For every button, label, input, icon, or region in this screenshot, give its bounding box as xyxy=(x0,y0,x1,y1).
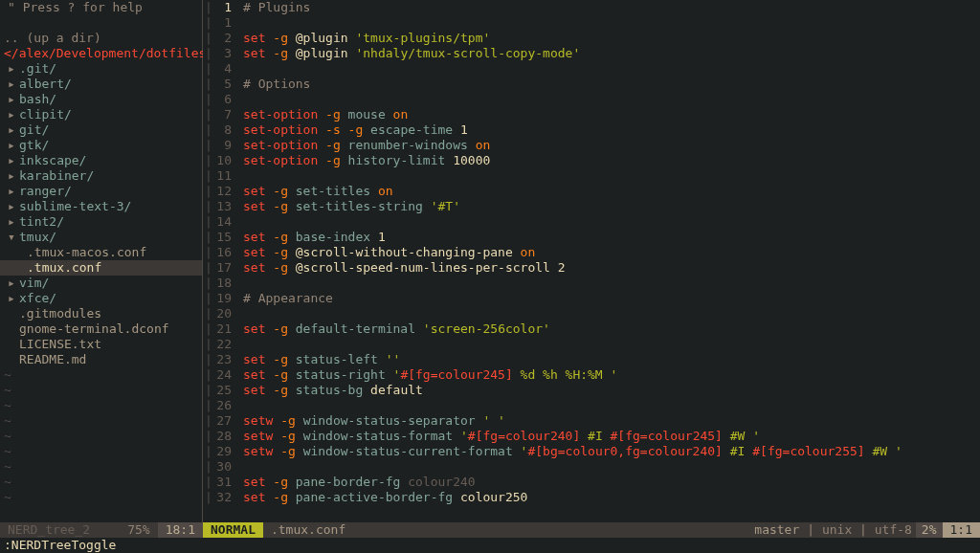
code-line[interactable]: # Plugins xyxy=(243,0,980,15)
code-line[interactable] xyxy=(243,306,980,321)
line-number: 5 xyxy=(203,77,232,92)
line-number: 28 xyxy=(203,429,232,444)
scroll-pct: 2% xyxy=(916,522,943,538)
tree-cursor-pos: 18:1 xyxy=(158,522,203,538)
vim-mode: NORMAL xyxy=(203,522,263,538)
code-line[interactable]: set -g @scroll-speed-num-lines-per-scrol… xyxy=(243,260,980,276)
tree-dir[interactable]: ▾tmux/ xyxy=(0,230,202,245)
tree-dir[interactable]: ▸git/ xyxy=(0,122,202,138)
statusbar-editor: NORMAL .tmux.conf master | unix | utf-8 … xyxy=(203,522,980,538)
code-line[interactable] xyxy=(243,168,980,184)
tree-file[interactable]: .gitmodules xyxy=(0,306,202,321)
code-line[interactable]: setw -g window-status-format '#[fg=colou… xyxy=(243,429,980,444)
tree-dir[interactable]: ▸sublime-text-3/ xyxy=(0,199,202,214)
code-line[interactable]: set -g status-left '' xyxy=(243,352,980,367)
code-line[interactable]: set -g base-index 1 xyxy=(243,230,980,245)
statusbar: NERD_tree_2 75% 18:1 NORMAL .tmux.conf m… xyxy=(0,522,980,538)
code-area[interactable]: # Pluginsset -g @plugin 'tmux-plugins/tp… xyxy=(243,0,980,505)
code-line[interactable] xyxy=(243,398,980,413)
code-line[interactable]: set -g set-titles-string '#T' xyxy=(243,199,980,214)
tree-dir[interactable]: ▸bash/ xyxy=(0,92,202,107)
line-number: 21 xyxy=(203,321,232,337)
tree-dir[interactable]: ▸ranger/ xyxy=(0,184,202,199)
tree-dir[interactable]: ▸.git/ xyxy=(0,61,202,77)
tree-dir-label: xfce/ xyxy=(19,291,56,305)
code-line[interactable] xyxy=(243,15,980,31)
chevron-right-icon: ▸ xyxy=(8,199,19,214)
command-line[interactable]: :NERDTreeToggle xyxy=(0,538,980,553)
line-number-gutter: 1123456789101112131415161718192021222324… xyxy=(203,0,237,505)
chevron-right-icon: ▸ xyxy=(8,138,19,153)
line-number: 15 xyxy=(203,230,232,245)
sidebar-updir[interactable]: .. (up a dir) xyxy=(0,31,202,46)
chevron-right-icon: ▸ xyxy=(8,276,19,291)
line-number: 7 xyxy=(203,107,232,122)
code-line[interactable]: # Appearance xyxy=(243,291,980,306)
code-line[interactable]: set -g default-terminal 'screen-256color… xyxy=(243,321,980,337)
tree-dir[interactable]: ▸xfce/ xyxy=(0,291,202,306)
empty-line-tilde: ~ xyxy=(0,475,202,490)
line-number: 3 xyxy=(203,46,232,61)
chevron-right-icon: ▸ xyxy=(8,291,19,306)
code-line[interactable] xyxy=(243,459,980,475)
line-number: 2 xyxy=(203,31,232,46)
chevron-right-icon: ▸ xyxy=(8,184,19,199)
chevron-down-icon: ▾ xyxy=(8,230,19,245)
empty-line-tilde: ~ xyxy=(0,367,202,383)
line-number: 20 xyxy=(203,306,232,321)
tree-dir[interactable]: ▸karabiner/ xyxy=(0,168,202,184)
code-line[interactable] xyxy=(243,276,980,291)
code-line[interactable] xyxy=(243,337,980,352)
line-number: 24 xyxy=(203,367,232,383)
tree-file[interactable]: README.md xyxy=(0,352,202,367)
line-number: 18 xyxy=(203,276,232,291)
line-number: 11 xyxy=(203,168,232,184)
code-line[interactable]: setw -g window-status-separator ' ' xyxy=(243,413,980,429)
tree-file[interactable]: LICENSE.txt xyxy=(0,337,202,352)
line-number: 22 xyxy=(203,337,232,352)
sidebar-path[interactable]: </alex/Development/dotfiles/ xyxy=(0,46,202,61)
code-line[interactable] xyxy=(243,61,980,77)
tree-dir-label: .git/ xyxy=(19,61,56,76)
tree-dir[interactable]: ▸tint2/ xyxy=(0,214,202,230)
tree-file[interactable]: .tmux.conf xyxy=(0,260,202,276)
tree-dir[interactable]: ▸vim/ xyxy=(0,276,202,291)
code-line[interactable]: set -g status-bg default xyxy=(243,383,980,398)
code-line[interactable] xyxy=(243,92,980,107)
code-line[interactable]: set -g pane-border-fg colour240 xyxy=(243,475,980,490)
line-number: 13 xyxy=(203,199,232,214)
chevron-right-icon: ▸ xyxy=(8,214,19,230)
code-line[interactable]: setw -g window-status-current-format '#[… xyxy=(243,444,980,459)
editor-pane[interactable]: ||||||||||||||||||||||||||||||||| 112345… xyxy=(203,0,980,522)
code-line[interactable]: set -g @scroll-without-changing-pane on xyxy=(243,245,980,260)
empty-line-tilde: ~ xyxy=(0,398,202,413)
chevron-right-icon: ▸ xyxy=(8,77,19,92)
code-line[interactable]: set -g set-titles on xyxy=(243,184,980,199)
tree-dir[interactable]: ▸albert/ xyxy=(0,77,202,92)
code-line[interactable]: set -g @plugin 'tmux-plugins/tpm' xyxy=(243,31,980,46)
code-line[interactable]: set -g pane-active-border-fg colour250 xyxy=(243,490,980,505)
sidebar-help: " Press ? for help xyxy=(0,0,202,15)
code-line[interactable]: set-option -g history-limit 10000 xyxy=(243,153,980,168)
tree-dir-label: albert/ xyxy=(19,77,72,91)
tree-dir[interactable]: ▸gtk/ xyxy=(0,138,202,153)
nerdtree-sidebar[interactable]: " Press ? for help .. (up a dir) </alex/… xyxy=(0,0,203,522)
code-line[interactable]: set -g @plugin 'nhdaly/tmux-scroll-copy-… xyxy=(243,46,980,61)
chevron-right-icon: ▸ xyxy=(8,122,19,138)
line-number: 23 xyxy=(203,352,232,367)
empty-line-tilde: ~ xyxy=(0,459,202,475)
tree-file[interactable]: gnome-terminal.dconf xyxy=(0,321,202,337)
code-line[interactable] xyxy=(243,214,980,230)
tree-dir[interactable]: ▸inkscape/ xyxy=(0,153,202,168)
tree-dir-label: tmux/ xyxy=(19,230,56,244)
code-line[interactable]: set -g status-right '#[fg=colour245] %d … xyxy=(243,367,980,383)
tree-dir[interactable]: ▸clipit/ xyxy=(0,107,202,122)
line-number: 16 xyxy=(203,245,232,260)
tree-dir-label: karabiner/ xyxy=(19,168,94,183)
code-line[interactable]: # Options xyxy=(243,77,980,92)
code-line[interactable]: set-option -s -g escape-time 1 xyxy=(243,122,980,138)
tree-file[interactable]: .tmux-macos.conf xyxy=(0,245,202,260)
chevron-right-icon: ▸ xyxy=(8,92,19,107)
code-line[interactable]: set-option -g renumber-windows on xyxy=(243,138,980,153)
code-line[interactable]: set-option -g mouse on xyxy=(243,107,980,122)
